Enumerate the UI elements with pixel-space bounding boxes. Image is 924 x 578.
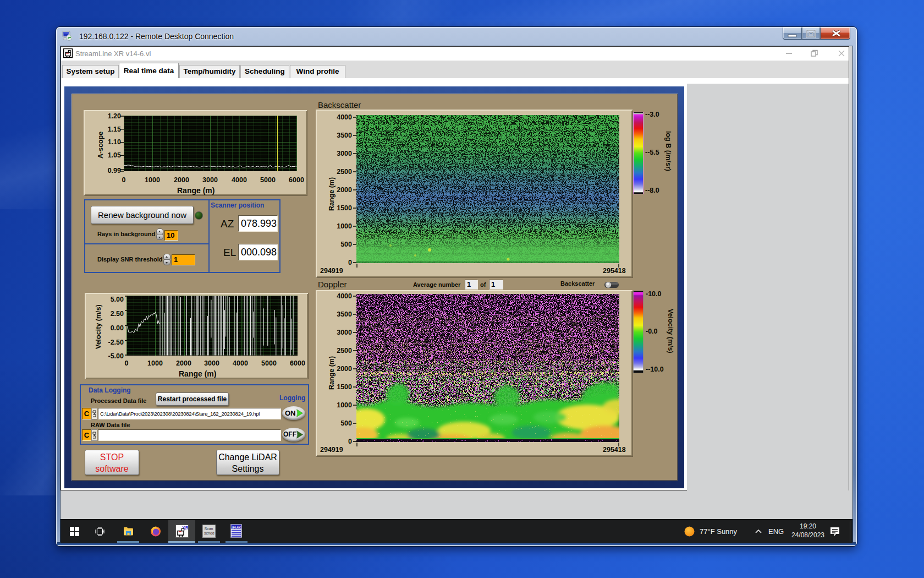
- svg-text:Scan: Scan: [205, 527, 213, 531]
- svg-text:sched: sched: [204, 531, 215, 535]
- svg-text:94.4K: 94.4K: [232, 526, 241, 529]
